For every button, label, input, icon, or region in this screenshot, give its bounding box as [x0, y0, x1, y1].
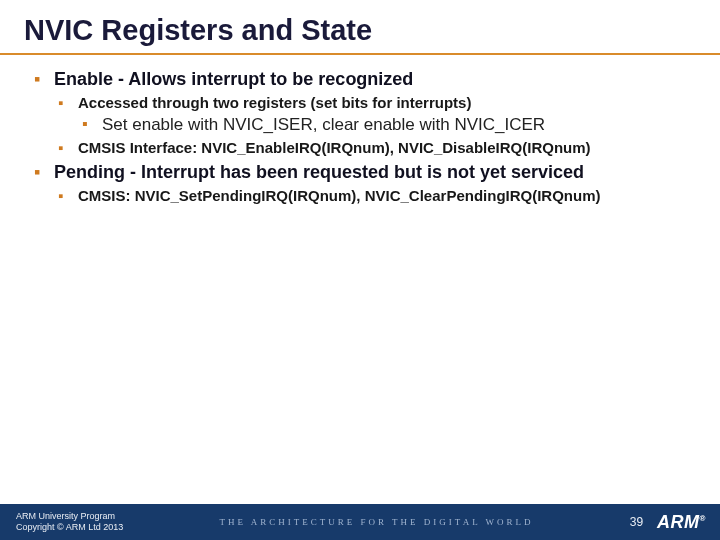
bullet-text: Set enable with NVIC_ISER, clear enable …: [102, 115, 545, 134]
footer-credits: ARM University Program Copyright © ARM L…: [16, 511, 123, 534]
bullet-pending: Pending - Interrupt has been requested b…: [30, 162, 690, 204]
title-rule: [0, 53, 720, 55]
bullet-cmsis-pending: CMSIS: NVIC_SetPendingIRQ(IRQnum), NVIC_…: [54, 187, 690, 204]
bullet-enable: Enable - Allows interrupt to be recogniz…: [30, 69, 690, 156]
bullet-accessed: Accessed through two registers (set bits…: [54, 94, 690, 135]
footer-right: 39 ARM®: [630, 512, 706, 533]
page-number: 39: [630, 515, 643, 529]
bullet-text: Pending - Interrupt has been requested b…: [54, 162, 584, 182]
bullet-set-enable: Set enable with NVIC_ISER, clear enable …: [78, 115, 690, 135]
bullet-text: CMSIS Interface: NVIC_EnableIRQ(IRQnum),…: [78, 139, 591, 156]
bullet-list-lvl2: Accessed through two registers (set bits…: [54, 94, 690, 156]
arm-logo: ARM®: [657, 512, 706, 533]
bullet-text: Accessed through two registers (set bits…: [78, 94, 471, 111]
footer-tagline: THE ARCHITECTURE FOR THE DIGITAL WORLD: [123, 517, 630, 527]
bullet-list-lvl3: Set enable with NVIC_ISER, clear enable …: [78, 115, 690, 135]
registered-mark: ®: [700, 514, 706, 523]
footer-bar: ARM University Program Copyright © ARM L…: [0, 504, 720, 540]
bullet-list-lvl2: CMSIS: NVIC_SetPendingIRQ(IRQnum), NVIC_…: [54, 187, 690, 204]
slide: NVIC Registers and State Enable - Allows…: [0, 0, 720, 540]
slide-title: NVIC Registers and State: [0, 0, 720, 53]
bullet-cmsis-enable: CMSIS Interface: NVIC_EnableIRQ(IRQnum),…: [54, 139, 690, 156]
bullet-text: CMSIS: NVIC_SetPendingIRQ(IRQnum), NVIC_…: [78, 187, 601, 204]
footer-line1: ARM University Program: [16, 511, 123, 522]
bullet-list-lvl1: Enable - Allows interrupt to be recogniz…: [30, 69, 690, 204]
bullet-text: Enable - Allows interrupt to be recogniz…: [54, 69, 413, 89]
logo-text: ARM: [657, 512, 700, 532]
footer-line2: Copyright © ARM Ltd 2013: [16, 522, 123, 533]
content-area: Enable - Allows interrupt to be recogniz…: [0, 69, 720, 204]
